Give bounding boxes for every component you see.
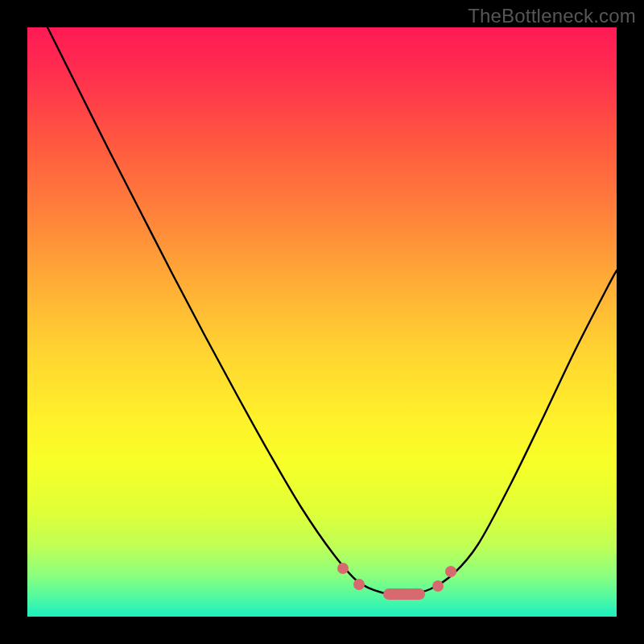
watermark-text: TheBottleneck.com [468,5,636,27]
highlight-dot [353,579,365,590]
highlight-dot [383,588,425,600]
plot-area [27,27,617,617]
marker-layer [27,27,617,617]
highlight-dot [445,566,456,577]
highlight-dot [337,563,349,574]
highlight-dot [432,580,444,592]
outer-frame: TheBottleneck.com [0,0,644,644]
